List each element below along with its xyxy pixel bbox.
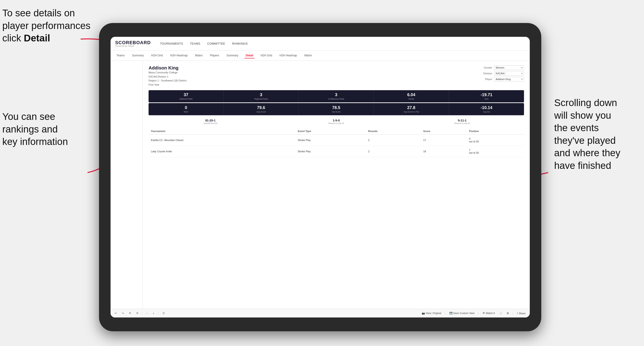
tab-h2h-grid[interactable]: H2H Grid: [150, 53, 164, 58]
nav-rankings[interactable]: RANKINGS: [232, 41, 248, 46]
stat-avg-sg: -10.14 Avg SG: [449, 103, 524, 115]
records-row: 91-20-1 Overall Record 1-5-0 Record vs t…: [148, 119, 524, 125]
annotation-bold: Detail: [24, 33, 50, 43]
overall-record-label: Overall Record: [148, 122, 272, 125]
top50-record-value: 5-11-1: [400, 119, 524, 122]
toolbar-watch[interactable]: 👁 Watch ▾: [481, 311, 496, 315]
stat-adj-score: 78.5 Adj Score: [299, 103, 374, 115]
rounds-2: 2: [366, 146, 421, 157]
annotation-top-left: To see details on player performances cl…: [2, 7, 99, 45]
avg-sg-label: Avg SG: [451, 111, 522, 113]
toolbar-view-original[interactable]: 📷 View: Original: [420, 311, 443, 315]
gender-selector-row: Gender Women Men: [480, 65, 524, 70]
toolbar-zoom-in[interactable]: +: [151, 312, 156, 315]
gender-dropdown[interactable]: Women Men: [494, 65, 524, 70]
tab-players[interactable]: Players: [208, 53, 220, 58]
tab-summary2[interactable]: Summary: [225, 53, 240, 58]
record-top25: 1-5-0 Record vs top 25: [274, 119, 398, 125]
regional-rank-label: Regional Rank: [226, 98, 297, 100]
toolbar-share[interactable]: ⤴ Share: [516, 312, 527, 315]
toolbar-grid[interactable]: ⊞: [505, 311, 510, 315]
regional-rank-value: 3: [226, 92, 297, 97]
sos-label: SoS: [451, 98, 522, 100]
player-year: First Year: [148, 83, 186, 87]
tab-h2h-heatmap2[interactable]: H2H Heatmap: [278, 53, 298, 58]
toolbar-sep2: |: [158, 312, 159, 315]
col-rounds: Rounds: [366, 128, 421, 135]
toolbar-sep5: |: [512, 312, 513, 315]
stats-grid-1: 37 National Rank 3 Regional Rank 3 Confe…: [148, 90, 524, 102]
player-label: Player: [480, 78, 492, 81]
nav-tournaments[interactable]: TOURNAMENTS: [160, 41, 183, 46]
position-1: 4 out of 20: [467, 135, 524, 146]
toolbar-window[interactable]: □: [499, 312, 503, 315]
annotation-bl-3: key information: [2, 136, 68, 147]
stat-avg-score-par: 27.8 Avg Score to Par: [374, 103, 449, 115]
tournament-name-1: Estella CC- Mountain Classic: [148, 135, 296, 146]
toolbar-save-custom[interactable]: 💾 Save Custom View: [448, 311, 476, 315]
nav-committee[interactable]: COMMITTEE: [207, 41, 225, 46]
annotation-r-1: Scrolling down: [554, 97, 617, 108]
tab-teams[interactable]: Teams: [115, 53, 126, 58]
player-dropdown[interactable]: Addison King: [494, 77, 524, 81]
points-label: Points: [376, 98, 447, 100]
player-region: Region 1 - Southwest (18) District: [148, 79, 186, 83]
player-header: Addison King Mesa Community College NJCA…: [148, 65, 524, 87]
logo-text: SCOREBOARD: [115, 40, 151, 45]
scoreboard-logo: SCOREBOARD Powered by clippd: [115, 40, 151, 47]
tablet-frame: SCOREBOARD Powered by clippd TOURNAMENTS…: [99, 23, 541, 331]
tablet-screen: SCOREBOARD Powered by clippd TOURNAMENTS…: [110, 37, 530, 318]
bottom-toolbar: ↩ ↪ ⟳ ⟲ | − + | ⏱ 📷 View: Original | 💾 S…: [143, 309, 530, 318]
division-selector-row: Division NJCAA I: [480, 71, 524, 76]
event-type-1: Stroke Play: [296, 135, 366, 146]
wins-value: 0: [150, 105, 222, 110]
national-rank-label: National Rank: [150, 98, 222, 100]
tab-detail[interactable]: Detail: [244, 53, 255, 58]
adj-score-value: 78.5: [300, 105, 372, 110]
sos-value: -19.71: [451, 92, 522, 97]
annotation-bl-1: You can see: [2, 111, 55, 122]
app-nav: SCOREBOARD Powered by clippd TOURNAMENTS…: [110, 37, 530, 51]
stat-national-rank: 37 National Rank: [148, 90, 224, 102]
adj-score-label: Adj Score: [300, 111, 372, 113]
tab-summary[interactable]: Summary: [130, 53, 145, 58]
position-2: 7 out of 20: [467, 146, 524, 157]
avg-score-par-value: 27.8: [376, 105, 447, 110]
nav-teams[interactable]: TEAMS: [190, 41, 200, 46]
overall-record-value: 91-20-1: [148, 119, 272, 122]
left-sidebar: [110, 61, 143, 318]
tab-matrix2[interactable]: Matrix: [303, 53, 314, 58]
detail-area: Addison King Mesa Community College NJCA…: [143, 61, 530, 318]
col-position: Position: [467, 128, 524, 135]
main-content: Addison King Mesa Community College NJCA…: [110, 61, 530, 318]
avg-score-par-label: Avg Score to Par: [376, 111, 447, 113]
stat-points: 6.04 Points: [374, 90, 449, 102]
wins-label: Wins: [150, 111, 222, 113]
annotation-r-6: have finished: [554, 160, 611, 171]
col-tournament: Tournament: [148, 128, 296, 135]
points-value: 6.04: [376, 92, 447, 97]
division-dropdown[interactable]: NJCAA I: [494, 71, 524, 76]
toolbar-timer[interactable]: ⏱: [161, 312, 166, 315]
player-selectors: Gender Women Men Division: [480, 65, 524, 81]
player-name: Addison King: [148, 65, 186, 71]
stat-regional-rank: 3 Regional Rank: [224, 90, 299, 102]
tab-h2h-heatmap[interactable]: H2H Heatmap: [169, 53, 189, 58]
top50-record-label: Record vs top 50: [400, 122, 524, 125]
avg-score-value: 79.6: [226, 105, 297, 110]
toolbar-zoom-out[interactable]: −: [145, 312, 149, 315]
conference-rank-value: 3: [300, 92, 372, 97]
player-school: Mesa Community College: [148, 71, 186, 75]
annotation-r-5: and where they: [554, 148, 620, 158]
stat-avg-score: 79.6 Avg Score: [224, 103, 299, 115]
record-overall: 91-20-1 Overall Record: [148, 119, 272, 125]
sub-nav: Teams Summary H2H Grid H2H Heatmap Matri…: [110, 51, 530, 61]
annotation-r-2: will show you: [554, 110, 611, 121]
player-wrapper: Addison King: [494, 77, 524, 81]
tab-h2h-grid2[interactable]: H2H Grid: [259, 53, 274, 58]
score-1: 17: [421, 135, 467, 146]
tournaments-table: Tournament Event Type Rounds Score Posit…: [148, 128, 524, 157]
annotation-right: Scrolling down will show you the events …: [554, 97, 642, 172]
stat-wins: 0 Wins: [148, 103, 224, 115]
tab-matrix[interactable]: Matrix: [194, 53, 204, 58]
